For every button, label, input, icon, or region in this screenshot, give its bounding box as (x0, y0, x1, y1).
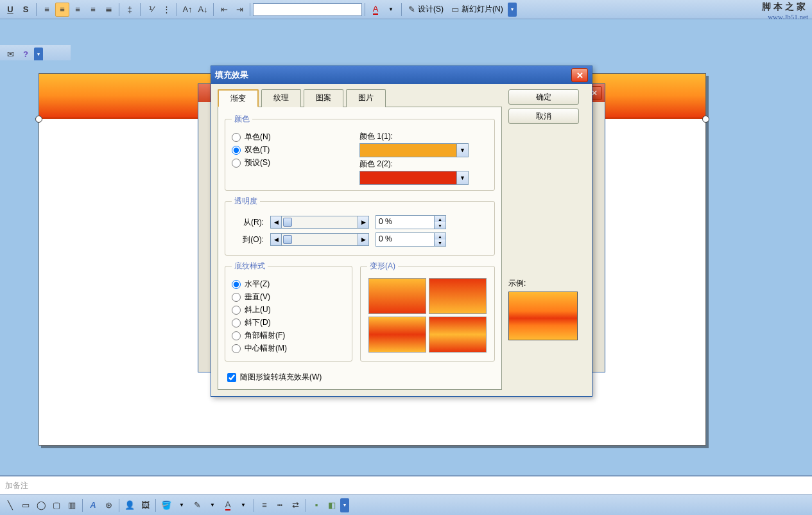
increase-font-button[interactable]: A↑ (180, 3, 194, 17)
radio-single-color[interactable]: 单色(N) (232, 132, 347, 143)
selection-handle[interactable] (35, 116, 42, 123)
variant-2[interactable] (429, 278, 487, 314)
strikethrough-button[interactable]: S (19, 3, 33, 17)
font-color-button[interactable]: A (368, 3, 383, 17)
slider-thumb[interactable] (283, 235, 292, 244)
rotate-checkbox-row[interactable]: 随图形旋转填充效果(W) (225, 372, 495, 383)
chevron-down-icon[interactable]: ▼ (456, 171, 468, 184)
radio-double-color[interactable]: 双色(T) (232, 144, 347, 155)
help-button[interactable]: ? (19, 48, 33, 62)
decrease-font-button[interactable]: A↓ (196, 3, 210, 17)
spinner-down[interactable]: ▼ (434, 222, 445, 229)
radio-double[interactable] (232, 146, 241, 155)
bullets-button[interactable]: ⋮ (159, 3, 173, 17)
design-button[interactable]: ✎ 设计(S) (404, 3, 447, 17)
drawing-toolbar-options[interactable]: ▾ (340, 498, 349, 512)
clipart-tool[interactable]: 👤 (123, 498, 137, 512)
textbox-tool[interactable]: ▢ (49, 498, 64, 512)
picture-tool[interactable]: 🖼 (138, 498, 152, 512)
font-color-dropdown[interactable]: ▼ (384, 3, 398, 17)
to-slider[interactable]: ◀ ▶ (270, 233, 369, 246)
slider-right-button[interactable]: ▶ (358, 216, 369, 229)
align-left-button[interactable]: ≡ (40, 3, 54, 17)
from-value[interactable]: 0 % (376, 216, 434, 229)
radio-single[interactable] (232, 133, 241, 142)
slider-thumb[interactable] (283, 218, 292, 227)
slider-track[interactable] (282, 233, 358, 246)
align-right-button[interactable]: ≡ (71, 3, 85, 17)
spinner-up[interactable]: ▲ (434, 216, 445, 222)
font-color-dropdown-2[interactable]: ▼ (236, 498, 250, 512)
line-spacing-button[interactable]: ‡ (123, 3, 137, 17)
ok-button[interactable]: 确定 (508, 89, 579, 105)
toolbar-help-options[interactable]: ▾ (34, 48, 43, 62)
tab-texture[interactable]: 纹理 (261, 89, 301, 107)
to-spinner[interactable]: 0 % ▲▼ (376, 232, 446, 247)
radio-corner[interactable]: 角部幅射(F) (232, 330, 345, 341)
spinner-down[interactable]: ▼ (434, 240, 445, 246)
from-slider[interactable]: ◀ ▶ (270, 216, 369, 229)
tab-pattern[interactable]: 图案 (304, 89, 343, 107)
numbering-button[interactable]: ⅟ (144, 3, 158, 17)
diagram-tool[interactable]: ⊛ (101, 498, 116, 512)
rect-tool[interactable]: ▭ (19, 498, 33, 512)
line-tool[interactable]: ╲ (3, 498, 17, 512)
dialog-titlebar[interactable]: 填充效果 ✕ (211, 66, 592, 84)
radio-vertical[interactable]: 垂直(V) (232, 292, 345, 302)
radio-diagup[interactable]: 斜上(U) (232, 304, 345, 315)
spinner-up[interactable]: ▲ (434, 233, 445, 240)
increase-indent-button[interactable]: ⇥ (232, 3, 246, 17)
slider-track[interactable] (282, 216, 358, 229)
line-dropdown[interactable]: ▼ (205, 498, 220, 512)
radio-diagdown[interactable]: 斜下(D) (232, 317, 345, 328)
font-color-button-2[interactable]: A (221, 498, 235, 512)
fill-color-button[interactable]: 🪣 (159, 498, 173, 512)
tab-gradient[interactable]: 渐变 (218, 89, 259, 107)
chevron-down-icon[interactable]: ▼ (456, 144, 468, 157)
to-label: 到(O): (232, 234, 264, 245)
radio-preset[interactable]: 预设(S) (232, 157, 347, 168)
radio-center[interactable]: 中心幅射(M) (232, 343, 345, 354)
notes-placeholder: 加备注 (5, 481, 28, 490)
radio-preset-input[interactable] (232, 159, 241, 168)
design-label: 设计(S) (418, 4, 444, 15)
line-style-button[interactable]: ≡ (257, 498, 272, 512)
radio-horizontal[interactable]: 水平(Z) (232, 279, 345, 290)
3d-button[interactable]: ◧ (325, 498, 339, 512)
align-justify-button[interactable]: ≡ (86, 3, 100, 17)
decrease-indent-button[interactable]: ⇤ (217, 3, 231, 17)
slider-left-button[interactable]: ◀ (270, 216, 282, 229)
align-center-button[interactable]: ≡ (55, 3, 69, 17)
shadow-button[interactable]: ▪ (309, 498, 324, 512)
arrow-style-button[interactable]: ⇄ (288, 498, 302, 512)
notes-area[interactable]: 加备注 (0, 475, 812, 494)
to-value[interactable]: 0 % (376, 233, 434, 246)
rotate-checkbox[interactable] (227, 373, 236, 382)
fill-dropdown[interactable]: ▼ (175, 498, 189, 512)
font-combo[interactable] (253, 3, 362, 16)
wordart-tool[interactable]: A (86, 498, 100, 512)
oval-tool[interactable]: ◯ (34, 498, 48, 512)
mail-button[interactable]: ✉ (3, 48, 17, 62)
chart-tool[interactable]: ▥ (65, 498, 79, 512)
slider-left-button[interactable]: ◀ (270, 233, 282, 246)
from-spinner[interactable]: 0 % ▲▼ (376, 215, 446, 229)
close-button[interactable]: ✕ (571, 68, 588, 82)
sample-preview (508, 292, 578, 340)
dash-style-button[interactable]: ┅ (273, 498, 287, 512)
color1-dropdown[interactable]: ▼ (359, 143, 469, 157)
distributed-button[interactable]: ≣ (101, 3, 116, 17)
tab-picture[interactable]: 图片 (346, 89, 386, 107)
toolbar-options[interactable]: ▾ (508, 3, 517, 17)
variant-3[interactable] (368, 317, 426, 353)
slider-right-button[interactable]: ▶ (358, 233, 369, 246)
cancel-button[interactable]: 取消 (508, 109, 579, 124)
new-slide-button[interactable]: ▭ 新幻灯片(N) (447, 3, 507, 17)
newslide-label: 新幻灯片(N) (462, 4, 503, 15)
color2-dropdown[interactable]: ▼ (359, 171, 469, 185)
variant-4[interactable] (429, 317, 487, 353)
selection-handle[interactable] (702, 116, 709, 123)
variant-1[interactable] (368, 278, 426, 314)
underline-button[interactable]: U (3, 3, 17, 17)
line-color-button[interactable]: ✎ (190, 498, 204, 512)
